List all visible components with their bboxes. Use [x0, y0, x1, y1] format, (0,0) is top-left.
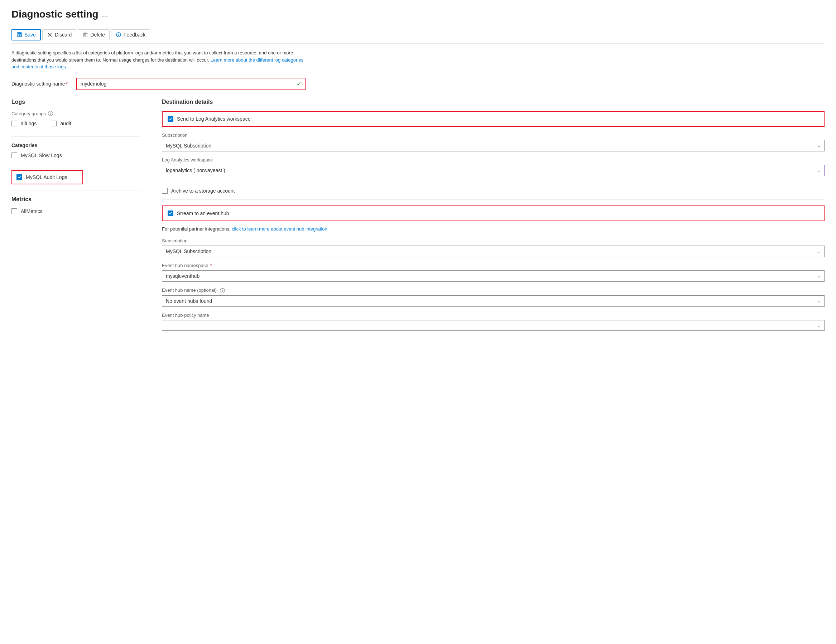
feedback-label: Feedback [124, 32, 145, 37]
subscription-value: MySQL Subscription [166, 143, 211, 148]
destination-section-title: Destination details [162, 99, 825, 105]
categories-title: Categories [11, 142, 140, 148]
category-groups-checkboxes: allLogs audit [11, 121, 140, 130]
categories-divider [11, 164, 140, 164]
right-panel: Destination details Send to Log Analytic… [162, 99, 825, 336]
event-hub-learn-more-link[interactable]: click to learn more about event hub inte… [232, 226, 328, 232]
delete-icon [82, 32, 88, 37]
stream-event-hub-row: Stream to an event hub [162, 205, 825, 221]
all-metrics-checkbox[interactable] [11, 208, 17, 214]
analytics-storage-divider [162, 182, 825, 182]
metrics-section-title: Metrics [11, 196, 140, 203]
archive-storage-label[interactable]: Archive to a storage account [171, 188, 235, 194]
page-description: A diagnostic setting specifies a list of… [11, 49, 305, 70]
send-log-analytics-label[interactable]: Send to Log Analytics workspace [177, 116, 250, 122]
category-groups-label: Category groups i [11, 111, 140, 116]
page-title: Diagnostic setting ... [11, 8, 825, 20]
logs-metrics-divider [11, 190, 140, 191]
log-analytics-value: loganalytics ( norwayeast ) [166, 168, 225, 173]
event-hub-namespace-value: mysqleventhub [166, 273, 199, 279]
event-hub-name-chevron-icon: ⌄ [817, 298, 821, 303]
send-log-analytics-checkbox[interactable] [168, 116, 173, 122]
delete-label: Delete [90, 32, 104, 37]
setting-name-row: Diagnostic setting name* ✓ [11, 78, 825, 90]
discard-icon [47, 32, 53, 37]
toolbar: Save Discard Delete [11, 26, 825, 44]
event-hub-namespace-chevron-icon: ⌄ [817, 274, 821, 279]
event-hub-description: For potential partner integrations, clic… [162, 225, 825, 233]
event-hub-subscription-dropdown[interactable]: MySQL Subscription ⌄ [162, 246, 825, 257]
all-metrics-label[interactable]: AllMetrics [21, 208, 42, 214]
alllogs-checkbox[interactable] [11, 121, 17, 126]
event-hub-name-value: No event hubs found [166, 298, 212, 304]
stream-event-hub-checkbox[interactable] [168, 210, 173, 216]
svg-point-13 [118, 34, 119, 34]
subscription-field-label: Subscription [162, 132, 825, 138]
main-content: Logs Category groups i allLogs audit Cat… [11, 99, 825, 336]
save-button[interactable]: Save [11, 29, 41, 41]
delete-button[interactable]: Delete [78, 29, 109, 40]
log-analytics-dropdown[interactable]: loganalytics ( norwayeast ) ⌄ [162, 165, 825, 176]
all-metrics-row: AllMetrics [11, 208, 140, 214]
event-hub-policy-label: Event hub policy name [162, 313, 825, 318]
check-icon: ✓ [297, 80, 301, 87]
event-hub-policy-dropdown[interactable]: ⌄ [162, 320, 825, 331]
alllogs-checkbox-row: allLogs [11, 121, 36, 126]
audit-label[interactable]: audit [60, 121, 71, 126]
setting-name-label: Diagnostic setting name* [11, 81, 68, 86]
archive-storage-checkbox[interactable] [162, 188, 168, 194]
event-hub-name-info-icon[interactable]: i [220, 288, 225, 293]
svg-rect-3 [19, 35, 20, 36]
mysql-audit-logs-checkbox[interactable] [16, 174, 22, 180]
feedback-icon [116, 32, 121, 37]
save-icon [16, 32, 22, 37]
save-label: Save [24, 32, 36, 37]
send-log-analytics-row: Send to Log Analytics workspace [162, 111, 825, 127]
setting-name-field[interactable]: ✓ [76, 78, 305, 90]
feedback-button[interactable]: Feedback [111, 29, 150, 40]
mysql-audit-logs-row: MySQL Audit Logs [11, 170, 83, 184]
event-hub-desc-text: For potential partner integrations, [162, 226, 232, 232]
discard-button[interactable]: Discard [42, 29, 76, 40]
archive-storage-row: Archive to a storage account [162, 188, 825, 194]
category-groups-info-icon[interactable]: i [48, 111, 53, 116]
logs-divider [11, 136, 140, 137]
event-hub-subscription-chevron-icon: ⌄ [817, 249, 821, 254]
storage-eventhub-divider [162, 199, 825, 200]
event-hub-subscription-label: Subscription [162, 238, 825, 243]
subscription-chevron-icon: ⌄ [817, 143, 821, 148]
event-hub-name-label: Event hub name (optional) i [162, 287, 825, 293]
event-hub-policy-chevron-icon: ⌄ [817, 323, 821, 328]
mysql-slow-logs-label[interactable]: MySQL Slow Logs [21, 153, 62, 158]
svg-rect-11 [84, 33, 87, 34]
subscription-dropdown[interactable]: MySQL Subscription ⌄ [162, 140, 825, 152]
mysql-audit-logs-label[interactable]: MySQL Audit Logs [26, 174, 67, 180]
log-analytics-chevron-icon: ⌄ [817, 168, 821, 173]
mysql-slow-logs-row: MySQL Slow Logs [11, 153, 140, 158]
setting-name-input[interactable] [81, 81, 297, 86]
event-hub-namespace-label: Event hub namespace * [162, 263, 825, 268]
stream-event-hub-label[interactable]: Stream to an event hub [177, 210, 229, 216]
event-hub-namespace-dropdown[interactable]: mysqleventhub ⌄ [162, 270, 825, 282]
log-analytics-field-label: Log Analytics workspace [162, 157, 825, 163]
alllogs-label[interactable]: allLogs [21, 121, 36, 126]
logs-section-title: Logs [11, 99, 140, 105]
title-text: Diagnostic setting [11, 8, 98, 20]
audit-checkbox[interactable] [51, 121, 57, 126]
mysql-slow-logs-checkbox[interactable] [11, 153, 17, 158]
event-hub-section: For potential partner integrations, clic… [162, 225, 825, 331]
title-ellipsis: ... [102, 10, 108, 19]
left-panel: Logs Category groups i allLogs audit Cat… [11, 99, 140, 336]
audit-checkbox-row: audit [51, 121, 71, 126]
event-hub-subscription-value: MySQL Subscription [166, 248, 211, 254]
svg-rect-1 [18, 33, 21, 34]
event-hub-name-dropdown[interactable]: No event hubs found ⌄ [162, 295, 825, 307]
discard-label: Discard [55, 32, 72, 37]
